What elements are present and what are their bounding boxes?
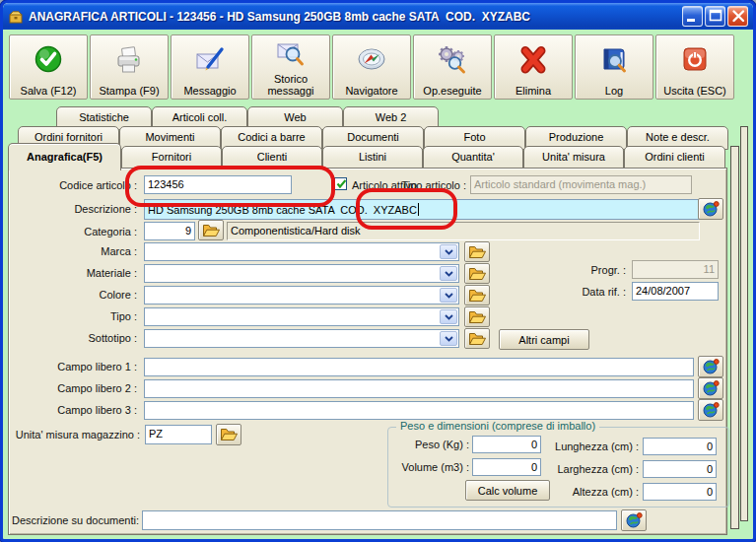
navigator-button[interactable]: Navigatore xyxy=(332,34,411,100)
save-button[interactable]: Salva (F12) xyxy=(9,34,88,100)
message-history-button[interactable]: Storico messaggi xyxy=(251,34,330,100)
checkmark-icon xyxy=(335,177,346,190)
delete-button[interactable]: Elimina xyxy=(494,34,573,100)
tab-unita-misura[interactable]: Unita' misura xyxy=(523,146,624,169)
descrizione-documenti-input[interactable] xyxy=(142,510,617,530)
altri-campi-button[interactable]: Altri campi xyxy=(499,329,589,350)
globe-icon xyxy=(703,402,720,418)
volume-input[interactable]: 0 xyxy=(472,458,541,476)
peso-input[interactable]: 0 xyxy=(472,436,541,453)
volume-label: Volume (m3) : xyxy=(388,461,469,473)
descrizione-translate-button[interactable] xyxy=(698,198,723,220)
application-window: ANAGRAFICA ARTICOLI - 123456 - HD Samsun… xyxy=(0,0,756,542)
check-circle-icon xyxy=(32,35,65,85)
folder-icon xyxy=(468,267,486,281)
campo-libero-1-translate-button[interactable] xyxy=(698,356,723,377)
calc-volume-button[interactable]: Calc volume xyxy=(465,480,550,501)
peso-dimensioni-group-title: Peso e dimensioni (comprese di imballo) xyxy=(396,420,599,432)
campo-libero-2-input[interactable] xyxy=(144,379,694,398)
tipo-lookup-button[interactable] xyxy=(464,306,490,327)
folder-icon xyxy=(202,224,220,237)
minimize-button[interactable] xyxy=(682,6,703,27)
exit-button[interactable]: Uscita (ESC) xyxy=(655,34,734,100)
red-x-icon xyxy=(516,35,550,85)
campo-libero-2-label: Campo libero 2 : xyxy=(9,382,137,394)
data-rif-label: Data rif. : xyxy=(525,286,626,298)
unita-misura-lookup-button[interactable] xyxy=(216,424,241,445)
chevron-down-icon[interactable] xyxy=(440,309,457,324)
log-button[interactable]: Log xyxy=(575,34,653,100)
window-icon xyxy=(8,9,24,25)
folder-icon xyxy=(468,245,486,259)
message-button[interactable]: Messaggio xyxy=(171,34,249,100)
close-icon xyxy=(728,6,747,27)
navigator-button-label: Navigatore xyxy=(345,85,397,97)
close-button[interactable] xyxy=(727,6,748,27)
materiale-combobox[interactable] xyxy=(144,264,459,283)
tipo-combobox[interactable] xyxy=(144,307,459,326)
message-history-button-label: Storico messaggi xyxy=(252,73,329,97)
peso-label: Peso (Kg) : xyxy=(388,439,469,450)
categoria-code-input[interactable]: 9 xyxy=(144,222,195,240)
save-button-label: Salva (F12) xyxy=(21,85,77,97)
minimize-icon xyxy=(683,6,702,27)
categoria-label: Categoria : xyxy=(9,226,137,237)
colore-lookup-button[interactable] xyxy=(464,285,490,305)
articolo-attivo-checkbox[interactable] xyxy=(334,177,347,190)
chevron-down-icon[interactable] xyxy=(440,331,457,346)
descrizione-label: Descrizione : xyxy=(9,203,137,215)
anagrafica-tab-page: Codice articolo : 123456 Articolo attivo… xyxy=(8,168,727,535)
altezza-input[interactable]: 0 xyxy=(643,483,717,501)
campo-libero-1-label: Campo libero 1 : xyxy=(9,361,137,373)
campo-libero-3-input[interactable] xyxy=(144,401,694,420)
folder-icon xyxy=(220,428,238,441)
globe-icon xyxy=(703,359,720,374)
compass-icon xyxy=(355,35,388,85)
sottotipo-combobox[interactable] xyxy=(144,329,459,348)
materiale-lookup-button[interactable] xyxy=(464,263,490,284)
printer-icon xyxy=(112,35,146,85)
chevron-down-icon[interactable] xyxy=(440,266,457,281)
marca-label: Marca : xyxy=(9,245,137,257)
toolbar: Salva (F12) Stampa (F9) Messaggio Storic… xyxy=(9,34,734,100)
maximize-button[interactable] xyxy=(705,6,725,27)
power-icon xyxy=(678,35,712,85)
folder-icon xyxy=(468,310,486,324)
print-button[interactable]: Stampa (F9) xyxy=(90,34,169,100)
globe-icon xyxy=(703,201,720,217)
tipo-articolo-field: Articolo standard (movimenta mag.) xyxy=(470,175,692,194)
campo-libero-1-input[interactable] xyxy=(144,358,694,376)
campo-libero-3-translate-button[interactable] xyxy=(698,399,723,421)
message-button-label: Messaggio xyxy=(183,85,236,97)
unita-misura-magazzino-label: Unita' misura magazzino : xyxy=(9,429,140,440)
print-button-label: Stampa (F9) xyxy=(99,85,159,97)
data-rif-input[interactable]: 24/08/2007 xyxy=(632,282,719,301)
colore-combobox[interactable] xyxy=(144,286,459,305)
larghezza-input[interactable]: 0 xyxy=(643,460,717,478)
marca-combobox[interactable] xyxy=(144,242,459,261)
folder-icon xyxy=(468,332,486,346)
lunghezza-input[interactable]: 0 xyxy=(643,438,717,455)
progr-label: Progr. : xyxy=(525,264,626,276)
folder-icon xyxy=(468,289,486,303)
tab-anagrafica-active[interactable]: Anagrafica(F5) xyxy=(8,143,121,170)
tab-ordini-clienti[interactable]: Ordini clienti xyxy=(624,146,725,169)
colore-label: Colore : xyxy=(9,289,137,301)
sottotipo-label: Sottotipo : xyxy=(9,332,137,344)
stacked-page-edge-1 xyxy=(730,146,739,529)
descrizione-documenti-translate-button[interactable] xyxy=(621,509,647,531)
marca-lookup-button[interactable] xyxy=(464,241,490,262)
tab-listini[interactable]: Listini xyxy=(322,146,423,169)
sottotipo-lookup-button[interactable] xyxy=(464,328,490,349)
unita-misura-magazzino-input[interactable]: PZ xyxy=(145,425,212,444)
chevron-down-icon[interactable] xyxy=(440,244,457,259)
executed-operations-button[interactable]: Op.eseguite xyxy=(413,34,492,100)
categoria-lookup-button[interactable] xyxy=(198,220,224,240)
tab-quantita[interactable]: Quantita' xyxy=(423,146,523,169)
categoria-name-field: Componentistica/Hard disk xyxy=(227,222,700,240)
chevron-down-icon[interactable] xyxy=(440,288,457,303)
campo-libero-2-translate-button[interactable] xyxy=(698,377,723,399)
exit-button-label: Uscita (ESC) xyxy=(663,85,726,97)
globe-icon xyxy=(703,380,720,396)
globe-icon xyxy=(626,512,643,528)
